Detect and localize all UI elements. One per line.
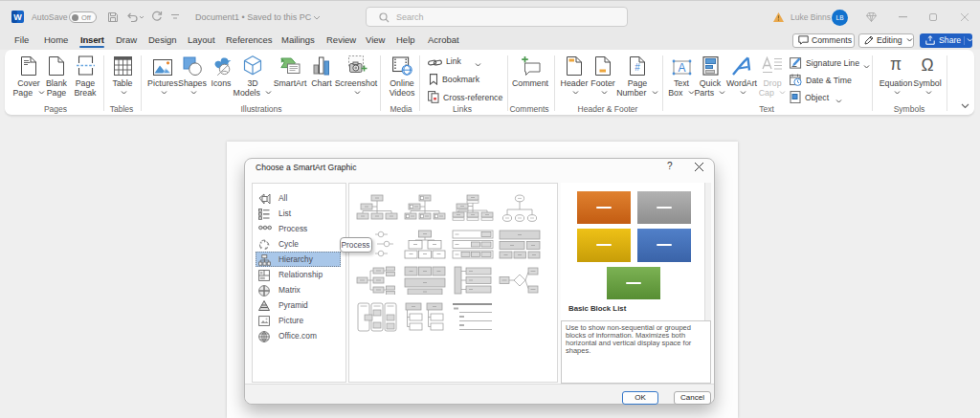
- svg-text:#: #: [635, 62, 640, 73]
- svg-text:W: W: [13, 12, 22, 22]
